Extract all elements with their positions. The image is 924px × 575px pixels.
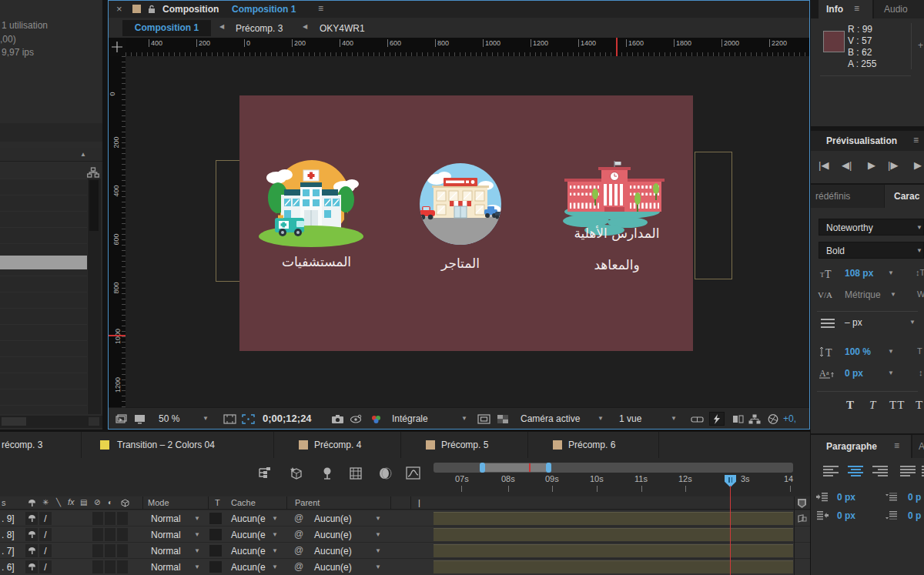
transparency-grid-icon[interactable] [496, 413, 510, 424]
chevron-down-icon[interactable]: ▼ [888, 270, 894, 276]
small-caps-button[interactable]: T [916, 399, 922, 412]
frame-blend-icon[interactable]: ▤ [80, 498, 87, 506]
chevron-down-icon[interactable]: ▼ [888, 370, 894, 376]
align-center-button[interactable] [848, 466, 863, 476]
cube-3d-icon[interactable] [120, 498, 130, 508]
channels-icon[interactable] [369, 413, 383, 424]
project-vscrollbar[interactable] [88, 179, 101, 414]
always-preview-icon[interactable] [115, 413, 127, 424]
layer-row[interactable]: . 8] / Normal ▼ Aucun(e ▼ @ Aucun(e) ▼ [0, 527, 810, 543]
chevron-down-icon[interactable]: ▼ [916, 248, 922, 254]
parent-select[interactable]: Aucun(e) [314, 513, 352, 524]
panel-title[interactable]: Composition [162, 4, 219, 15]
chevron-down-icon[interactable]: ▼ [194, 532, 200, 538]
track-matte-cell[interactable] [209, 513, 222, 524]
ruler-corner[interactable] [109, 38, 126, 56]
panel-menu-icon[interactable]: ≡ [854, 3, 859, 14]
chevron-down-icon[interactable]: ▼ [916, 225, 922, 231]
layer-duration-bar[interactable] [434, 544, 793, 557]
tab-precomp-6[interactable]: Précomp. 6 [568, 440, 615, 450]
pickwhip-icon[interactable]: @ [294, 529, 303, 540]
chevron-down-icon[interactable]: ▼ [598, 416, 604, 422]
adjustment-layer-icon[interactable]: ◐ [108, 498, 112, 506]
tab-transition[interactable]: Transition – 2 Colors 04 [117, 440, 215, 450]
cache-select[interactable]: Aucun(e [231, 530, 266, 540]
space-before-value[interactable]: 0 p [908, 492, 921, 503]
faux-italic-button[interactable]: T [869, 399, 875, 412]
pickwhip-icon[interactable]: @ [294, 561, 303, 572]
parent-select[interactable]: Aucun(e) [314, 562, 352, 573]
column-mode[interactable]: Mode [148, 498, 169, 507]
camera-select[interactable]: Caméra active [521, 413, 580, 424]
motion-blur-icon[interactable]: ╲ [56, 498, 61, 506]
mini-flowchart-icon[interactable] [748, 413, 762, 424]
fast-preview-icon[interactable] [709, 412, 725, 426]
exposure-shutter-icon[interactable] [767, 413, 779, 424]
monitor-icon[interactable] [133, 413, 146, 424]
last-frame-button[interactable]: ▶ [914, 159, 922, 171]
sort-arrow-icon[interactable]: ▲ [80, 151, 86, 158]
column-cache[interactable]: Cache [231, 498, 256, 507]
zoom-level[interactable]: 50 % [159, 413, 179, 424]
track-matte-cell[interactable] [209, 545, 222, 557]
layer-row[interactable]: . 6] / Normal ▼ Aucun(e ▼ @ Aucun(e) ▼ [0, 559, 810, 575]
switch-cell[interactable] [117, 544, 128, 557]
work-area[interactable] [484, 463, 546, 472]
tab-paragraph[interactable]: Paragraphe ≡ [811, 435, 911, 458]
vertical-ruler[interactable]: 0 200 400 600 800 1000 1200 [109, 56, 126, 429]
tab-audio[interactable]: Audio [874, 0, 924, 18]
layer-name[interactable]: . 6] [2, 562, 15, 573]
font-family-select[interactable]: Noteworthy ▼ [819, 219, 924, 236]
previous-frame-button[interactable]: ◀| [842, 159, 852, 171]
close-icon[interactable]: × [116, 3, 122, 15]
timecode[interactable]: 0;00;12;24 [263, 413, 312, 424]
layer-row[interactable]: . 7] / Normal ▼ Aucun(e ▼ @ Aucun(e) ▼ [0, 543, 810, 559]
chevron-down-icon[interactable]: ▼ [272, 548, 278, 554]
chevron-down-icon[interactable]: ▼ [375, 564, 381, 570]
safe-margins-icon[interactable] [223, 413, 236, 424]
navigator-handle-right[interactable] [546, 463, 551, 473]
play-button[interactable]: ▶ [868, 159, 875, 171]
chevron-down-icon[interactable]: ▼ [909, 319, 916, 326]
layer-marker-icon[interactable] [796, 513, 808, 524]
switch-cell[interactable] [105, 528, 116, 541]
pixel-aspect-icon[interactable] [731, 413, 745, 424]
comp-marker-shield-icon[interactable] [796, 497, 808, 509]
canvas[interactable]: المستشفيات [239, 95, 693, 351]
exposure-value[interactable]: +0, [783, 413, 796, 424]
cache-select[interactable]: Aucun(e [231, 513, 266, 524]
tab-align-fragment[interactable]: A [912, 435, 924, 458]
layer-name[interactable]: . 8] [2, 530, 15, 540]
shy-icon[interactable] [25, 512, 38, 525]
faux-bold-button[interactable]: T [846, 399, 854, 412]
track-matte-cell[interactable] [209, 561, 222, 573]
column-trkmat[interactable]: T [215, 498, 220, 507]
next-frame-button[interactable]: |▶ [888, 159, 898, 171]
switch-cell[interactable] [117, 512, 128, 525]
tab-precomp-3[interactable]: récomp. 3 [2, 440, 42, 450]
blend-mode-select[interactable]: Normal [151, 546, 181, 557]
tab-character[interactable]: Carac [885, 185, 924, 208]
chevron-down-icon[interactable]: ▼ [375, 532, 381, 538]
panel-comp-name[interactable]: Composition 1 [232, 4, 296, 15]
mask-visibility-icon[interactable]: ⊘ [94, 498, 100, 506]
chevron-down-icon[interactable]: ▼ [461, 416, 467, 422]
chevron-down-icon[interactable]: ▼ [375, 548, 381, 554]
tab-precomp-4[interactable]: Précomp. 4 [314, 440, 361, 450]
pickwhip-icon[interactable]: @ [294, 513, 303, 523]
navigator-handle-left[interactable] [480, 463, 485, 473]
font-size-value[interactable]: 108 px [845, 268, 873, 279]
flowchart-icon[interactable] [86, 166, 100, 179]
project-list[interactable] [0, 179, 87, 414]
all-caps-button[interactable]: TT [889, 399, 905, 412]
switch-cell[interactable] [117, 560, 128, 573]
chevron-down-icon[interactable]: ▼ [194, 516, 200, 522]
project-hscrollbar[interactable] [0, 416, 102, 428]
breadcrumb-item[interactable]: OKY4WR1 [320, 23, 365, 34]
chevron-down-icon[interactable]: ▼ [375, 516, 381, 522]
region-box-icon[interactable] [477, 413, 490, 424]
chevron-down-icon[interactable]: ▼ [272, 564, 278, 570]
project-list-header[interactable]: ▲ [0, 148, 102, 162]
layer-name[interactable]: . 7] [2, 546, 15, 557]
switch-cell[interactable] [105, 560, 116, 573]
